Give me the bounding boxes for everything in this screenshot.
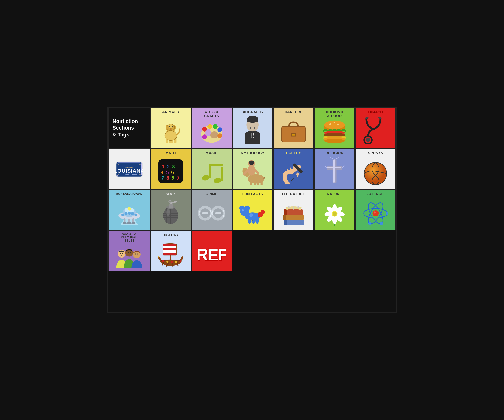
social-label: SOCIAL &CULTURALISSUES — [121, 233, 137, 243]
svg-point-174 — [380, 222, 383, 225]
svg-point-16 — [210, 131, 219, 138]
careers-icon — [275, 114, 312, 147]
cell-animals: ANIMALS — [150, 108, 191, 148]
cooking-icon — [316, 118, 353, 146]
svg-line-97 — [325, 165, 327, 168]
svg-point-184 — [135, 253, 136, 255]
svg-point-200 — [166, 261, 168, 263]
literature-label: LITERATURE — [282, 192, 305, 196]
header-title: NonfictionSections& Tags — [113, 118, 138, 138]
svg-rect-151 — [283, 215, 286, 220]
svg-rect-153 — [284, 209, 287, 215]
svg-point-18 — [202, 127, 207, 132]
svg-rect-134 — [215, 213, 221, 214]
war-icon — [152, 196, 189, 229]
svg-rect-188 — [163, 244, 176, 246]
cell-biography: BIOGRAPHY — [232, 108, 273, 148]
music-icon — [193, 155, 230, 188]
svg-text:Sportsman's Paradise: Sportsman's Paradise — [121, 173, 137, 175]
svg-text:LOUISIANA: LOUISIANA — [115, 168, 143, 174]
louisiana-icon: LOUISIANA Sportsman's Paradise Louisiana — [110, 151, 148, 187]
svg-point-185 — [137, 253, 138, 255]
sports-icon — [357, 155, 394, 188]
svg-line-96 — [335, 158, 339, 159]
cell-ref: REF — [191, 231, 232, 272]
svg-point-169 — [372, 210, 378, 216]
history-label: HISTORY — [162, 233, 179, 237]
svg-point-147 — [249, 213, 253, 217]
biography-label: BIOGRAPHY — [241, 110, 264, 114]
fun-facts-label: FUN FACTS — [242, 192, 263, 196]
svg-point-143 — [248, 218, 251, 224]
svg-rect-110 — [124, 218, 125, 223]
svg-rect-27 — [254, 127, 255, 129]
svg-point-90 — [291, 180, 292, 181]
svg-rect-125 — [168, 204, 173, 208]
supernatural-icon — [110, 195, 148, 228]
fun-facts-icon — [234, 196, 271, 229]
svg-point-47 — [366, 138, 370, 142]
svg-point-183 — [130, 252, 131, 253]
health-icon — [357, 114, 394, 147]
svg-text:6: 6 — [171, 169, 174, 175]
svg-text:4: 4 — [161, 169, 164, 175]
svg-point-106 — [124, 212, 127, 215]
science-icon — [357, 196, 394, 229]
svg-point-107 — [128, 212, 131, 215]
svg-text:0: 0 — [176, 175, 179, 181]
svg-rect-133 — [202, 213, 208, 214]
svg-point-8 — [172, 126, 173, 127]
svg-point-56 — [118, 164, 119, 165]
svg-point-181 — [122, 253, 123, 254]
svg-line-95 — [330, 158, 335, 159]
cell-fun-facts: FUN FACTS — [232, 189, 273, 231]
svg-rect-190 — [163, 253, 176, 255]
svg-rect-83 — [260, 181, 262, 185]
svg-point-115 — [131, 222, 135, 224]
cell-poetry: POETRY — [273, 148, 314, 189]
svg-point-176 — [368, 222, 371, 225]
svg-point-113 — [122, 222, 127, 224]
svg-rect-26 — [250, 127, 252, 129]
svg-rect-82 — [257, 181, 259, 185]
religion-icon — [316, 155, 353, 188]
cell-careers: CAREERS — [273, 108, 314, 148]
svg-point-194 — [158, 256, 159, 258]
cell-crime: CRIME — [191, 189, 232, 231]
svg-rect-87 — [296, 172, 300, 176]
svg-text:7: 7 — [161, 175, 164, 181]
svg-rect-80 — [250, 181, 252, 185]
svg-point-146 — [242, 209, 244, 212]
svg-point-19 — [207, 124, 212, 129]
svg-point-168 — [332, 212, 336, 216]
svg-point-142 — [261, 210, 265, 214]
cell-literature: LITERATURE — [273, 189, 314, 231]
svg-rect-93 — [333, 160, 335, 183]
svg-point-73 — [213, 177, 222, 184]
header-cell: NonfictionSections& Tags — [108, 108, 150, 148]
cell-music: MUSIC — [191, 148, 232, 189]
svg-point-84 — [250, 163, 251, 164]
svg-point-57 — [139, 164, 140, 165]
history-icon — [152, 237, 189, 270]
svg-point-108 — [131, 212, 134, 215]
svg-text:9: 9 — [172, 175, 174, 181]
svg-point-180 — [120, 253, 121, 254]
cell-cooking: COOKING& FOOD — [314, 108, 355, 148]
cell-louisiana: STATE LOUISIANA Sportsman's Paradise Lou… — [108, 148, 150, 189]
svg-point-201 — [171, 261, 173, 263]
louisiana-label: STATE — [128, 151, 130, 151]
svg-rect-81 — [253, 182, 256, 185]
cell-nature: NATURE — [314, 189, 355, 231]
careers-label: CAREERS — [285, 110, 303, 114]
svg-point-145 — [255, 218, 259, 224]
poetry-icon — [275, 155, 312, 188]
arts-crafts-icon — [193, 118, 230, 146]
animals-icon — [152, 114, 189, 147]
svg-point-59 — [139, 174, 140, 175]
religion-label: RELIGION — [326, 151, 344, 155]
svg-point-170 — [374, 211, 376, 213]
svg-text:1: 1 — [162, 164, 165, 170]
cell-supernatural: SUPERNATURAL — [108, 189, 150, 231]
svg-point-109 — [134, 214, 137, 216]
